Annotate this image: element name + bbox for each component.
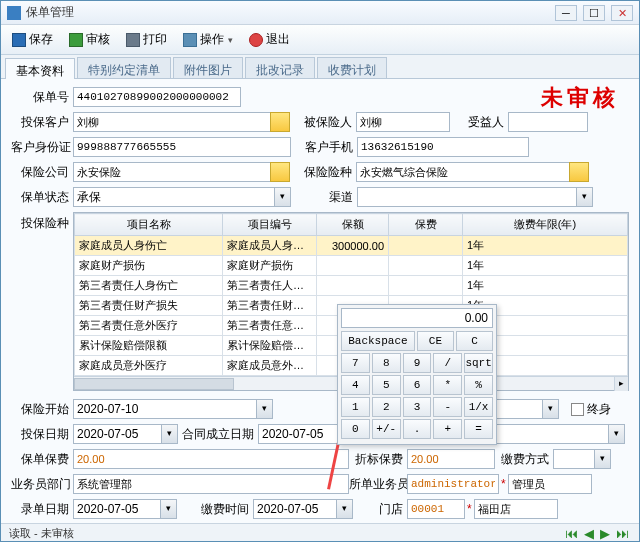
maximize-button[interactable]: ☐	[583, 5, 605, 21]
calc-key-[interactable]: %	[464, 375, 493, 395]
channel-combo[interactable]: ▾	[357, 187, 593, 207]
calc-key-1x[interactable]: 1/x	[464, 397, 493, 417]
lbl-salesman: 所单业务员	[349, 476, 407, 493]
store-id-input[interactable]	[407, 499, 465, 519]
calc-key-0[interactable]: 0	[341, 419, 370, 439]
chevron-down-icon: ▾	[542, 400, 558, 418]
std-fee-input[interactable]	[407, 449, 495, 469]
lbl-policy-no: 保单号	[11, 89, 73, 106]
calc-key-c[interactable]: C	[456, 331, 493, 351]
insured-input[interactable]	[356, 112, 450, 132]
minimize-button[interactable]: ─	[555, 5, 577, 21]
table-row[interactable]: 家庭成员人身伤亡家庭成员人身…300000.001年	[75, 236, 628, 256]
calc-key-sqrt[interactable]: sqrt	[464, 353, 493, 373]
lbl-policy-fee: 保单保费	[11, 451, 73, 468]
tab-special[interactable]: 特别约定清单	[77, 57, 171, 78]
grid-col-name[interactable]: 项目名称	[75, 214, 223, 236]
calc-key-9[interactable]: 9	[403, 353, 432, 373]
app-icon	[7, 6, 21, 20]
calc-key-7[interactable]: 7	[341, 353, 370, 373]
save-icon	[12, 33, 26, 47]
save-button[interactable]: 保存	[5, 27, 60, 52]
salesman-id-input[interactable]	[407, 474, 499, 494]
nav-next[interactable]: ▶	[598, 526, 612, 541]
salesman-name-input[interactable]	[508, 474, 592, 494]
window-title: 保单管理	[26, 4, 74, 21]
pay-mode-combo[interactable]: ▾	[553, 449, 611, 469]
chevron-down-icon: ▾	[256, 400, 272, 418]
grid-col-years[interactable]: 缴费年限(年)	[463, 214, 628, 236]
lbl-dept: 业务员部门	[11, 476, 73, 493]
operate-button[interactable]: 操作▾	[176, 27, 240, 52]
input-date[interactable]: 2020-07-05▾	[73, 499, 177, 519]
state-combo[interactable]: 承保▾	[73, 187, 291, 207]
grid-col-amount[interactable]: 保额	[317, 214, 389, 236]
idcard-input[interactable]	[73, 137, 291, 157]
tab-attach[interactable]: 附件图片	[173, 57, 243, 78]
calc-key-6[interactable]: 6	[403, 375, 432, 395]
calc-key-backspace[interactable]: Backspace	[341, 331, 415, 351]
lbl-insured: 被保险人	[290, 114, 356, 131]
calc-key-[interactable]: -	[433, 397, 462, 417]
calc-key-1[interactable]: 1	[341, 397, 370, 417]
grid-col-fee[interactable]: 保费	[389, 214, 463, 236]
lbl-mobile: 客户手机	[291, 139, 357, 156]
tab-amend[interactable]: 批改记录	[245, 57, 315, 78]
chevron-down-icon: ▾	[274, 188, 290, 206]
calc-key-8[interactable]: 8	[372, 353, 401, 373]
audit-status-stamp: 未审核	[541, 83, 619, 113]
calc-key-[interactable]: .	[403, 419, 432, 439]
mobile-input[interactable]	[357, 137, 529, 157]
calc-key-[interactable]: +	[433, 419, 462, 439]
gear-icon	[183, 33, 197, 47]
lbl-lifetime: 终身	[587, 401, 611, 418]
chevron-down-icon: ▾	[576, 188, 592, 206]
print-button[interactable]: 打印	[119, 27, 174, 52]
nav-first[interactable]: ⏮	[563, 526, 580, 541]
ins-type-lookup[interactable]	[569, 162, 589, 182]
grid-col-code[interactable]: 项目编号	[223, 214, 317, 236]
calc-key-5[interactable]: 5	[372, 375, 401, 395]
calculator-popup: 0.00 BackspaceCEC789/sqrt456*%123-1/x0+/…	[337, 304, 497, 445]
calc-key-3[interactable]: 3	[403, 397, 432, 417]
nav-prev[interactable]: ◀	[582, 526, 596, 541]
company-input[interactable]	[73, 162, 271, 182]
audit-button[interactable]: 审核	[62, 27, 117, 52]
table-row[interactable]: 家庭财产损伤家庭财产损伤1年	[75, 256, 628, 276]
check-icon	[69, 33, 83, 47]
lifetime-checkbox[interactable]	[571, 403, 584, 416]
table-row[interactable]: 第三者责任人身伤亡第三者责任人…1年	[75, 276, 628, 296]
ins-type-input[interactable]	[356, 162, 570, 182]
lbl-fee-time: 缴费时间	[199, 501, 253, 518]
customer-lookup[interactable]	[270, 112, 290, 132]
tab-feeplan[interactable]: 收费计划	[317, 57, 387, 78]
tab-bar: 基本资料 特别约定清单 附件图片 批改记录 收费计划	[1, 55, 639, 79]
lbl-std-fee: 折标保费	[349, 451, 407, 468]
calc-key-[interactable]: +/-	[372, 419, 401, 439]
policy-no-input[interactable]	[73, 87, 241, 107]
calc-key-ce[interactable]: CE	[417, 331, 454, 351]
chevron-down-icon: ▾	[228, 35, 233, 45]
lbl-customer: 投保客户	[11, 114, 73, 131]
status-text: 读取 - 未审核	[9, 526, 74, 541]
company-lookup[interactable]	[270, 162, 290, 182]
calc-key-[interactable]: *	[433, 375, 462, 395]
calc-key-[interactable]: =	[464, 419, 493, 439]
lbl-contract-date: 合同成立日期	[178, 426, 258, 443]
nav-last[interactable]: ⏭	[614, 526, 631, 541]
customer-input[interactable]	[73, 112, 271, 132]
fee-time[interactable]: 2020-07-05▾	[253, 499, 353, 519]
titlebar: 保单管理 ─ ☐ ✕	[1, 1, 639, 25]
beneficiary-input[interactable]	[508, 112, 588, 132]
ins-start-date[interactable]: 2020-07-10▾	[73, 399, 273, 419]
exit-button[interactable]: 退出	[242, 27, 297, 52]
tab-basic[interactable]: 基本资料	[5, 58, 75, 79]
dept-input[interactable]	[73, 474, 349, 494]
calc-key-[interactable]: /	[433, 353, 462, 373]
apply-date[interactable]: 2020-07-05▾	[73, 424, 178, 444]
policy-fee-input[interactable]	[73, 449, 349, 469]
calc-key-2[interactable]: 2	[372, 397, 401, 417]
close-button[interactable]: ✕	[611, 5, 633, 21]
store-name-input[interactable]	[474, 499, 558, 519]
calc-key-4[interactable]: 4	[341, 375, 370, 395]
